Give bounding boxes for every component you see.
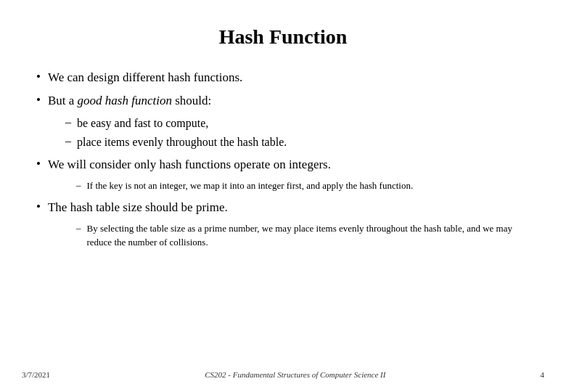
bullet-text: The hash table size should be prime. <box>48 199 228 216</box>
slide-footer: 3/7/2021 CS202 - Fundamental Structures … <box>22 370 544 379</box>
sub-bullet-dash: – <box>65 134 71 147</box>
bullet-text: We will consider only hash functions ope… <box>48 156 331 173</box>
bullet-dot: • <box>36 93 41 107</box>
footer-course: CS202 - Fundamental Structures of Comput… <box>50 370 540 379</box>
sub-bullet-dash: – <box>65 115 71 128</box>
list-item: – be easy and fast to compute, <box>65 115 530 131</box>
list-item: • The hash table size should be prime. <box>36 199 530 216</box>
footer-date: 3/7/2021 <box>22 370 50 379</box>
list-item: • We can design different hash functions… <box>36 69 530 86</box>
bullet-text: But a good hash function should: <box>48 92 211 110</box>
slide-container: Hash Function • We can design different … <box>0 0 566 392</box>
bullet-dot: • <box>36 157 41 171</box>
list-item: – By selecting the table size as a prime… <box>76 222 530 250</box>
bullet-dot: • <box>36 200 41 214</box>
list-item: – place items evenly throughout the hash… <box>65 134 530 150</box>
bullet-text: We can design different hash functions. <box>48 69 242 86</box>
content-area: • We can design different hash functions… <box>36 69 530 363</box>
list-item: • We will consider only hash functions o… <box>36 156 530 173</box>
sub-sub-bullet-dash: – <box>76 179 81 191</box>
italic-text: good hash function <box>78 94 172 107</box>
list-item: • But a good hash function should: <box>36 92 530 110</box>
list-item: – If the key is not an integer, we map i… <box>76 179 530 193</box>
sub-bullet-text: be easy and fast to compute, <box>77 115 208 131</box>
sub-sub-bullet-text: If the key is not an integer, we map it … <box>87 179 414 193</box>
sub-sub-bullet-dash: – <box>76 222 81 234</box>
slide-title: Hash Function <box>36 25 530 49</box>
bullet-dot: • <box>36 70 41 84</box>
sub-sub-bullet-text: By selecting the table size as a prime n… <box>87 222 530 250</box>
footer-page: 4 <box>541 370 545 379</box>
sub-bullet-text: place items evenly throughout the hash t… <box>77 134 287 150</box>
